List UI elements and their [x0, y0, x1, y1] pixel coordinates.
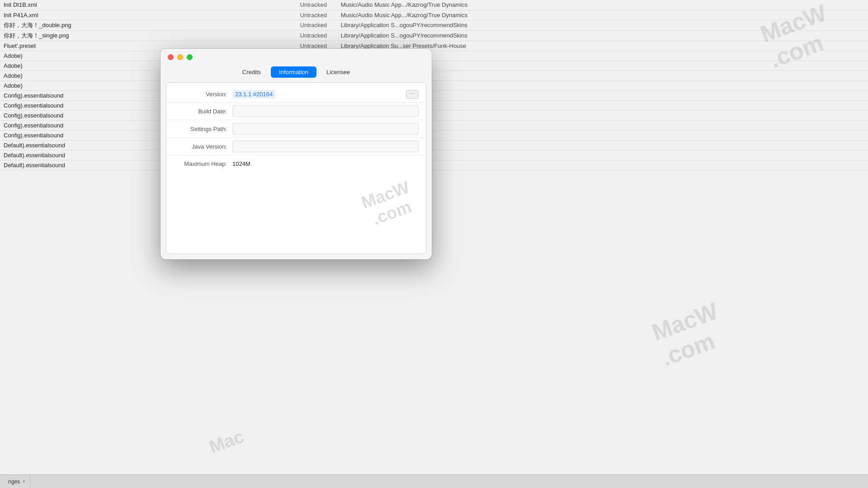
- max-heap-row: Maximum Heap: 1024M: [166, 155, 426, 172]
- build-date-label: Build Date:: [174, 108, 232, 115]
- tab-credits[interactable]: Credits: [234, 66, 269, 78]
- max-heap-label: Maximum Heap:: [174, 160, 232, 167]
- file-table-row: 你好，大海！_double.png Untracked Library/Appl…: [0, 20, 868, 30]
- file-path: Library/Application S...ogouPY/recommend…: [337, 20, 868, 30]
- file-status: Untracked: [297, 20, 337, 30]
- file-table-row: Default).essentialsound Untracked Docume…: [0, 150, 868, 160]
- file-table-row: Adobe) Untracked Document...: [0, 80, 868, 90]
- file-path: Music/Audio Music App.../Kazrog/True Dyn…: [337, 10, 868, 20]
- about-dialog[interactable]: Credits Information Licensee Version: 23…: [160, 49, 432, 259]
- settings-path-label: Settings Path:: [174, 126, 232, 132]
- file-table: Init Dt1B.xml Untracked Music/Audio Musi…: [0, 0, 868, 170]
- bottom-tab-label: nges: [8, 479, 20, 485]
- file-table-row: Config).essentialsound Untracked Documen…: [0, 110, 868, 120]
- modal-titlebar: [160, 49, 432, 64]
- file-table-row: Config).essentialsound Untracked Documen…: [0, 90, 868, 100]
- bottom-tab-close[interactable]: ×: [23, 479, 25, 484]
- java-version-field: [232, 141, 419, 152]
- version-label: Version:: [174, 91, 232, 98]
- background-file-list: Init Dt1B.xml Untracked Music/Audio Musi…: [0, 0, 868, 488]
- build-date-field: [232, 105, 419, 117]
- file-table-row: Config).essentialsound Untracked Documen…: [0, 100, 868, 110]
- maximize-button[interactable]: [187, 54, 193, 60]
- version-value: 23.1.1 #20164: [232, 90, 275, 99]
- bottom-tab-bar: nges ×: [0, 474, 868, 488]
- file-name: Init Dt1B.xml: [0, 0, 297, 10]
- version-value-wrapper: 23.1.1 #20164 ⋯: [232, 90, 419, 99]
- file-status: Untracked: [297, 0, 337, 10]
- modal-tab-bar: Credits Information Licensee: [160, 64, 432, 82]
- file-table-row: Init P41A.xml Untracked Music/Audio Musi…: [0, 10, 868, 20]
- settings-path-row: Settings Path:: [166, 120, 426, 138]
- file-path: Music/Audio Music App.../Kazrog/True Dyn…: [337, 0, 868, 10]
- file-path: Library/Application S...ogouPY/recommend…: [337, 30, 868, 41]
- file-table-row: Config).essentialsound Untracked Documen…: [0, 120, 868, 130]
- file-name: Init P41A.xml: [0, 10, 297, 20]
- close-button[interactable]: [168, 54, 174, 60]
- minimize-button[interactable]: [177, 54, 183, 60]
- file-name: 你好，大海！_single.png: [0, 30, 297, 41]
- file-table-row: Default).essentialsound Untracked Docume…: [0, 160, 868, 170]
- file-status: Untracked: [297, 30, 337, 41]
- build-date-row: Build Date:: [166, 103, 426, 120]
- file-table-row: Fluet'.preset Untracked Library/Applicat…: [0, 41, 868, 51]
- version-row: Version: 23.1.1 #20164 ⋯: [166, 86, 426, 103]
- java-version-row: Java Version:: [166, 138, 426, 155]
- copy-version-button[interactable]: ⋯: [406, 90, 419, 99]
- file-table-row: Config).essentialsound Untracked Documen…: [0, 130, 868, 140]
- max-heap-value: 1024M: [232, 160, 250, 167]
- modal-content-area: Version: 23.1.1 #20164 ⋯ Build Date: Set…: [166, 82, 426, 254]
- file-table-row: Init Dt1B.xml Untracked Music/Audio Musi…: [0, 0, 868, 10]
- file-name: 你好，大海！_double.png: [0, 20, 297, 30]
- file-table-row: 你好，大海！_single.png Untracked Library/Appl…: [0, 30, 868, 41]
- file-table-row: Adobe) Untracked Document...: [0, 70, 868, 80]
- traffic-lights: [168, 54, 193, 60]
- file-table-row: Adobe) Untracked Document...: [0, 51, 868, 61]
- java-version-label: Java Version:: [174, 143, 232, 150]
- tab-licensee[interactable]: Licensee: [318, 66, 358, 78]
- tab-information[interactable]: Information: [271, 66, 316, 78]
- bottom-tab-changes[interactable]: nges ×: [4, 475, 30, 488]
- file-table-row: Adobe) Untracked Document...: [0, 61, 868, 70]
- settings-path-field: [232, 123, 419, 135]
- file-status: Untracked: [297, 10, 337, 20]
- max-heap-value-wrapper: 1024M: [232, 160, 419, 167]
- file-table-row: Default).essentialsound Untracked Docume…: [0, 140, 868, 150]
